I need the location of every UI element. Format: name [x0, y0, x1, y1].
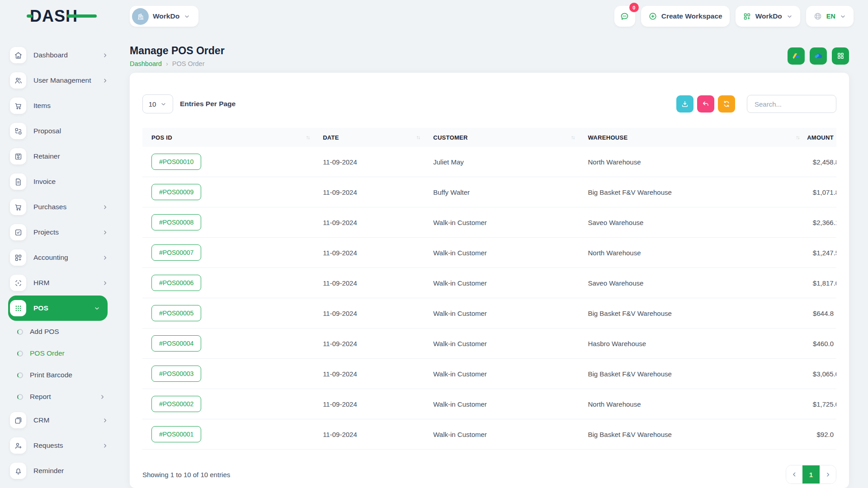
chevron-down-icon: [786, 13, 793, 20]
pos-id-badge[interactable]: #POS00001: [151, 426, 201, 442]
sidebar-subitem-add-pos[interactable]: Add POS: [0, 321, 119, 343]
invoice-icon: [10, 174, 26, 190]
sidebar-item-retainer[interactable]: Retainer: [0, 144, 119, 169]
cell-amount: $460.0: [804, 328, 836, 359]
language-selector[interactable]: EN: [806, 6, 854, 27]
sidebar-item-dashboard[interactable]: Dashboard: [0, 42, 119, 68]
cell-customer: Walk-in Customer: [424, 268, 579, 298]
cell-warehouse: North Warehouse: [579, 147, 804, 177]
table-row: #POS0000511-09-2024Walk-in CustomerBig B…: [142, 298, 836, 328]
messages-button[interactable]: 0: [614, 6, 635, 27]
sidebar-subitem-pos-order[interactable]: POS Order: [0, 343, 119, 364]
sidebar-item-invoice[interactable]: Invoice: [0, 169, 119, 194]
cell-customer: Walk-in Customer: [424, 328, 579, 359]
pos-id-badge[interactable]: #POS00006: [151, 275, 201, 291]
table-row: #POS0000611-09-2024Walk-in CustomerSaveo…: [142, 268, 836, 298]
export-button[interactable]: [676, 95, 693, 113]
sort-icon[interactable]: ↑↓: [306, 135, 311, 140]
cell-amount: $2,458.8: [804, 147, 836, 177]
apps-grid-button[interactable]: [832, 47, 849, 65]
cell-pos-id: #POS00006: [142, 268, 314, 298]
cell-date: 11-09-2024: [314, 298, 424, 328]
pos-id-badge[interactable]: #POS00007: [151, 244, 201, 261]
cell-customer: Walk-in Customer: [424, 419, 579, 450]
cell-date: 11-09-2024: [314, 359, 424, 389]
sort-icon[interactable]: ↑↓: [571, 135, 576, 140]
cell-amount: $1,247.5: [804, 238, 836, 268]
logo-green-notch: [27, 14, 33, 18]
breadcrumb-separator: ›: [166, 60, 168, 67]
sidebar-item-label: Items: [33, 102, 108, 110]
sidebar-item-proposal[interactable]: Proposal: [0, 118, 119, 144]
chevron-left-icon: [791, 471, 798, 478]
sort-icon[interactable]: ↑↓: [796, 135, 801, 140]
workspace-avatar: [132, 8, 149, 25]
column-header-customer[interactable]: CUSTOMER↑↓: [424, 128, 579, 147]
cell-date: 11-09-2024: [314, 419, 424, 450]
app-menu-button[interactable]: WorkDo: [736, 6, 800, 27]
chevron-right-icon: [102, 52, 108, 59]
globe-icon: [813, 12, 822, 21]
google-drive-button[interactable]: [788, 47, 805, 65]
column-header-pos-id[interactable]: POS ID↑↓: [142, 128, 314, 147]
pagination-next-button[interactable]: [820, 465, 836, 483]
table-footer: Showing 1 to 10 of 10 entries 1: [142, 465, 836, 484]
search-input[interactable]: [747, 95, 836, 113]
sidebar-subitem-label: POS Order: [30, 349, 106, 357]
cell-pos-id: #POS00002: [142, 389, 314, 419]
pos-id-badge[interactable]: #POS00009: [151, 184, 201, 200]
page-quick-actions: [788, 47, 849, 65]
pos-id-badge[interactable]: #POS00003: [151, 366, 201, 382]
topbar: WorkDo 0 Create Workspace WorkDo: [119, 0, 868, 33]
brand-logo[interactable]: DASH: [30, 7, 78, 26]
pos-id-badge[interactable]: #POS00004: [151, 335, 201, 352]
cell-customer: Walk-in Customer: [424, 207, 579, 238]
sidebar-subitem-report[interactable]: Report: [0, 386, 119, 408]
sidebar-item-pos[interactable]: POS: [8, 296, 108, 321]
sidebar-item-projects[interactable]: Projects: [0, 220, 119, 245]
column-header-warehouse[interactable]: WAREHOUSE↑↓: [579, 128, 804, 147]
sidebar-item-label: CRM: [33, 416, 102, 424]
refresh-button[interactable]: [718, 95, 735, 113]
app-menu-label: WorkDo: [755, 12, 782, 20]
create-workspace-label: Create Workspace: [661, 12, 722, 20]
workspace-selector[interactable]: WorkDo: [130, 6, 198, 27]
column-header-inner: WAREHOUSE↑↓: [588, 134, 801, 141]
pos-id-badge[interactable]: #POS00002: [151, 396, 201, 412]
sort-icon[interactable]: ↑↓: [416, 135, 422, 140]
sidebar-item-reminder[interactable]: Reminder: [0, 458, 119, 483]
sidebar-item-requests[interactable]: Requests: [0, 433, 119, 458]
sidebar-item-hrm[interactable]: HRM: [0, 270, 119, 296]
cell-amount: $644.8: [804, 298, 836, 328]
pos-id-badge[interactable]: #POS00008: [151, 214, 201, 230]
floppy-icon: [10, 148, 26, 164]
page-head: Manage POS Order Dashboard › POS Order: [130, 44, 849, 67]
table-row: #POS0000211-09-2024Walk-in CustomerNorth…: [142, 389, 836, 419]
onedrive-button[interactable]: [810, 47, 827, 65]
sidebar-item-user-management[interactable]: User Management: [0, 68, 119, 93]
sidebar-item-purchases[interactable]: Purchases: [0, 194, 119, 220]
sidebar-item-items[interactable]: Items: [0, 93, 119, 118]
sidebar-item-accounting[interactable]: Accounting: [0, 245, 119, 270]
reset-button[interactable]: [697, 95, 714, 113]
entries-per-page-select[interactable]: 10: [142, 94, 173, 113]
pos-id-badge[interactable]: #POS00010: [151, 154, 201, 170]
table-row: #POS0000311-09-2024Walk-in CustomerBig B…: [142, 359, 836, 389]
breadcrumb-dashboard-link[interactable]: Dashboard: [130, 60, 162, 67]
chevron-right-icon: [102, 442, 108, 449]
pos-id-badge[interactable]: #POS00005: [151, 305, 201, 321]
sidebar-subitem-print-barcode[interactable]: Print Barcode: [0, 364, 119, 386]
circle-bullet-icon: [17, 351, 23, 357]
sidebar-item-label: Requests: [33, 441, 102, 450]
create-workspace-button[interactable]: Create Workspace: [641, 6, 730, 27]
pagination-page-1[interactable]: 1: [802, 465, 820, 483]
column-header-date[interactable]: DATE↑↓: [314, 128, 424, 147]
task-icon: [10, 224, 26, 240]
sidebar-item-crm[interactable]: CRM: [0, 408, 119, 433]
cell-customer: Buffy Walter: [424, 177, 579, 207]
toolbar-actions: [673, 95, 735, 113]
cell-customer: Walk-in Customer: [424, 298, 579, 328]
column-header-amount[interactable]: AMOUNT: [804, 128, 836, 147]
column-header-inner: POS ID↑↓: [151, 134, 311, 141]
pagination-prev-button[interactable]: [786, 465, 802, 483]
